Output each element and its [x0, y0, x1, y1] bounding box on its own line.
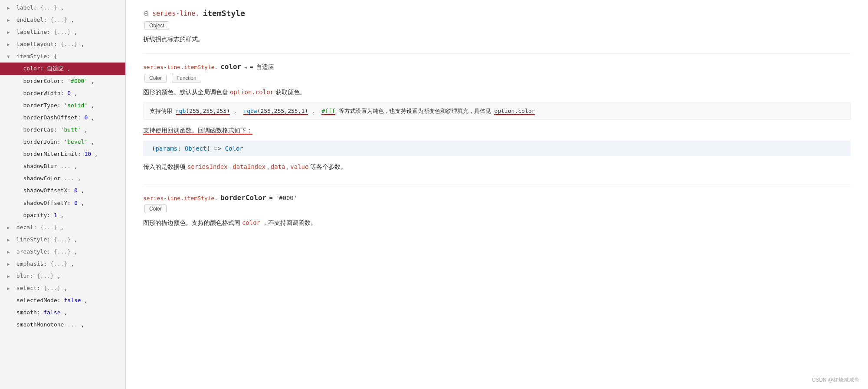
sidebar-item-endlabel[interactable]: ▶ endLabel: {...} ,	[0, 14, 125, 26]
bordercolor-desc: 图形的描边颜色。支持的颜色格式同 color ，不支持回调函数。	[143, 218, 851, 228]
sidebar-item-bordertype[interactable]: borderType: 'solid' ,	[0, 99, 125, 112]
color-subsection: series-line.itemStyle. color ◄ = 自适应 Col…	[143, 63, 851, 172]
collapse-button[interactable]: ⊖	[143, 10, 149, 17]
sidebar-item-linestyle[interactable]: ▶ lineStyle: {...} ,	[0, 234, 125, 246]
rgb-code: rgb(255,255,255)	[176, 108, 230, 115]
sidebar-item-select[interactable]: ▶ select: {...} ,	[0, 282, 125, 294]
sidebar-item-shadowblur[interactable]: shadowBlur ... ,	[0, 160, 125, 172]
color-badges-row: Color Function	[143, 74, 851, 82]
bordercolor-desc-code: color	[242, 219, 260, 226]
sidebar-item-bordercolor[interactable]: borderColor: '#000' ,	[0, 75, 125, 87]
option-color-code: option.color	[494, 108, 535, 115]
callback-text-underline: 支持使用回调函数。回调函数格式如下：	[143, 127, 252, 135]
color-arrow-icon: ◄	[244, 64, 247, 70]
color-propname: color	[220, 63, 241, 71]
bordercolor-propname: borderColor	[220, 194, 266, 202]
sidebar-item-blur[interactable]: ▶ blur: {...} ,	[0, 270, 125, 282]
arrow-icon-select: ▶	[7, 285, 13, 293]
arrow-icon-emphasis: ▶	[7, 260, 13, 269]
sidebar-item-label[interactable]: ▶ label: {...} ,	[0, 2, 125, 14]
divider-1	[143, 53, 851, 54]
sidebar-item-opacity[interactable]: opacity: 1 ,	[0, 209, 125, 221]
sidebar-item-shadowoffsety[interactable]: shadowOffsetY: 0 ,	[0, 197, 125, 209]
arrow-icon-labelline: ▶	[7, 29, 13, 37]
watermark: CSDN @红烧咸咸鱼	[812, 376, 859, 384]
desc2-data: data	[271, 163, 285, 170]
section-type-badge: Object	[144, 21, 169, 30]
arrow-icon-labellayout: ▶	[7, 41, 13, 49]
sidebar-item-labellayout[interactable]: ▶ labelLayout: {...} ,	[0, 38, 125, 50]
color-desc2: 传入的是数据项 seriesIndex , dataIndex , data ,…	[143, 162, 851, 172]
desc2-dataindex: dataIndex	[233, 163, 265, 170]
sidebar-item-areastyle[interactable]: ▶ areaStyle: {...} ,	[0, 246, 125, 258]
sidebar-item-emphasis[interactable]: ▶ emphasis: {...} ,	[0, 258, 125, 270]
sidebar-item-borderjoin[interactable]: borderJoin: 'bevel' ,	[0, 136, 125, 148]
sidebar-item-color[interactable]: color: 自适应 ,	[0, 63, 125, 75]
color-subheading: series-line.itemStyle. color ◄ = 自适应	[143, 63, 851, 71]
desc2-seriesindex: seriesIndex	[187, 163, 228, 170]
heading-name: itemStyle	[203, 9, 245, 18]
params-block: (params: Object) => Color	[143, 141, 851, 156]
color-prefix: series-line.itemStyle.	[143, 64, 218, 70]
desc2-value: value	[290, 163, 308, 170]
bordercolor-badges-row: Color	[143, 204, 851, 213]
arrow-icon-label: ▶	[7, 4, 13, 13]
sidebar-item-labelline[interactable]: ▶ labelLine: {...} ,	[0, 26, 125, 38]
sidebar-item-bordermiterlimit[interactable]: borderMiterLimit: 10 ,	[0, 148, 125, 160]
arrow-icon-endlabel: ▶	[7, 16, 13, 25]
bordercolor-default-val: '#000'	[275, 194, 298, 201]
arrow-icon-linestyle: ▶	[7, 236, 13, 244]
color-badge-function: Function	[172, 74, 201, 82]
bordercolor-badge: Color	[144, 204, 167, 213]
arrow-icon-blur: ▶	[7, 273, 13, 281]
sidebar-item-selectedmode[interactable]: selectedMode: false ,	[0, 294, 125, 307]
main-content: ⊖ series-line. itemStyle Object 折线拐点标志的样…	[126, 0, 868, 389]
color-default-val: 自适应	[256, 63, 274, 71]
sidebar-item-itemstyle-open[interactable]: ▼ itemStyle: {	[0, 50, 125, 63]
sidebar-item-borderwidth[interactable]: borderWidth: 0 ,	[0, 87, 125, 99]
arrow-icon-itemstyle: ▼	[7, 53, 13, 61]
sidebar-item-decal[interactable]: ▶ decal: {...} ,	[0, 221, 125, 234]
arrow-icon-areastyle: ▶	[7, 248, 13, 257]
hex-code: #fff	[321, 108, 335, 115]
arrow-icon-decal: ▶	[7, 224, 13, 232]
sidebar-item-bordercap[interactable]: borderCap: 'butt' ,	[0, 124, 125, 136]
sidebar-item-smooth[interactable]: smooth: false ,	[0, 307, 125, 319]
color-code-block: 支持使用 rgb(255,255,255) , rgba(255,255,255…	[143, 102, 851, 120]
color-desc1-code: option.color	[230, 89, 274, 96]
sidebar: ▶ label: {...} , ▶ endLabel: {...} , ▶ l…	[0, 0, 126, 389]
sidebar-item-smoothmonotone[interactable]: smoothMonotone ... ,	[0, 319, 125, 331]
bordercolor-subheading: series-line.itemStyle. borderColor = '#0…	[143, 194, 851, 202]
sidebar-item-shadowcolor[interactable]: shadowColor ... ,	[0, 172, 125, 185]
section-heading: ⊖ series-line. itemStyle	[143, 9, 851, 18]
bordercolor-subsection: series-line.itemStyle. borderColor = '#0…	[143, 194, 851, 228]
color-badge-color: Color	[144, 74, 167, 82]
section-badges-row: Object	[143, 21, 851, 30]
heading-prefix: series-line.	[152, 10, 199, 17]
sidebar-item-shadowoffsetx[interactable]: shadowOffsetX: 0 ,	[0, 185, 125, 197]
section-description: 折线拐点标志的样式。	[143, 34, 851, 45]
divider-2	[143, 185, 851, 185]
color-desc1: 图形的颜色。默认从全局调色盘 option.color 获取颜色。	[143, 87, 851, 98]
arrow-icon-color	[7, 65, 13, 73]
color-callback-text: 支持使用回调函数。回调函数格式如下：	[143, 125, 851, 136]
sidebar-item-borderdashoffset[interactable]: borderDashOffset: 0 ,	[0, 112, 125, 124]
rgba-code: rgba(255,255,255,1)	[243, 108, 308, 115]
bordercolor-prefix: series-line.itemStyle.	[143, 195, 218, 201]
